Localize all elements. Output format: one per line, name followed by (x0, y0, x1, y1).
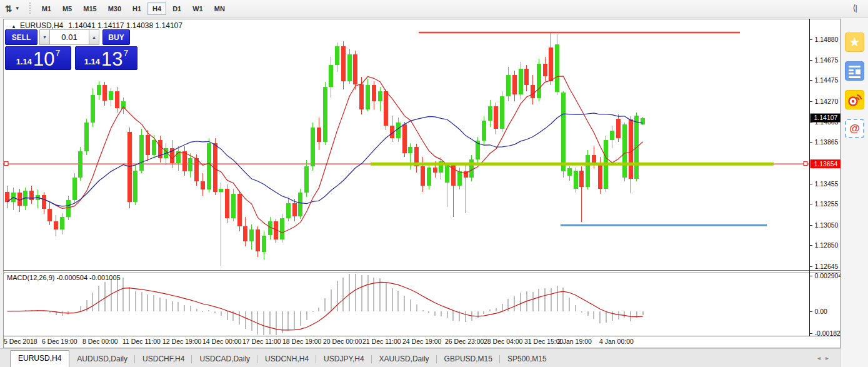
svg-text:1.13455: 1.13455 (815, 180, 839, 188)
buy-price-button[interactable]: 1.14 13 7 (75, 46, 137, 70)
svg-text:28 Dec 04:00: 28 Dec 04:00 (484, 338, 523, 345)
sell-price-pips: 10 (33, 50, 54, 69)
timeframe-button-m15[interactable]: M15 (78, 3, 101, 15)
timeframe-toolbar: ⇅ ▼ M1M5M15M30H1H4D1W1MN ⟨| (0, 0, 868, 18)
svg-text:12 Dec 19:00: 12 Dec 19:00 (162, 338, 202, 345)
chart-tab-xauusd-daily[interactable]: XAUUSD,Daily (372, 352, 437, 367)
timeframe-button-m5[interactable]: M5 (57, 3, 77, 15)
timeframe-button-w1[interactable]: W1 (187, 3, 208, 15)
svg-text:0.00: 0.00 (815, 308, 828, 315)
svg-text:20 Dec 00:00: 20 Dec 00:00 (323, 338, 362, 345)
chevron-down-icon[interactable]: ▼ (15, 6, 20, 11)
chart-tab-usdcnh-h4[interactable]: USDCNH,H4 (257, 352, 316, 367)
sell-button[interactable]: SELL (5, 29, 37, 45)
timeframe-button-m1[interactable]: M1 (37, 3, 56, 15)
social-sidebar: ★ @ (841, 18, 868, 367)
hline-handle (804, 162, 807, 166)
buy-price-pips: 13 (101, 50, 122, 69)
timeframe-button-m30[interactable]: M30 (103, 3, 126, 15)
chart-title: ▲EURUSD,H41.14041 1.14117 1.14038 1.1410… (11, 21, 182, 30)
svg-text:14 Dec 00:00: 14 Dec 00:00 (202, 338, 242, 345)
svg-text:8 Dec 00:00: 8 Dec 00:00 (82, 338, 118, 345)
buy-price-point: 7 (124, 48, 129, 58)
svg-text:1.13255: 1.13255 (815, 200, 839, 208)
timeframe-button-h1[interactable]: H1 (127, 3, 146, 15)
svg-text:17 Dec 11:00: 17 Dec 11:00 (242, 338, 281, 345)
svg-text:-0.001824: -0.001824 (815, 329, 841, 337)
svg-text:24 Dec 19:00: 24 Dec 19:00 (402, 338, 442, 345)
svg-text:1.12645: 1.12645 (815, 263, 839, 270)
svg-text:4 Jan 00:00: 4 Jan 00:00 (599, 338, 634, 345)
sell-price-whole: 1.14 (16, 57, 32, 66)
svg-text:2 Jan 19:00: 2 Jan 19:00 (557, 338, 592, 345)
volume-decrease-button[interactable]: ▾ (39, 29, 50, 45)
chart-tab-gbpusd-m15[interactable]: GBPUSD,M15 (437, 352, 500, 367)
svg-text:6 Dec 19:00: 6 Dec 19:00 (42, 338, 77, 345)
svg-text:0.002904: 0.002904 (815, 272, 841, 279)
svg-text:1.14880: 1.14880 (815, 36, 839, 43)
favorites-star-icon[interactable]: ★ (845, 33, 864, 52)
one-click-trading-panel: SELL ▾ ▴ BUY 1.14 10 7 1.14 13 7 (5, 29, 146, 70)
svg-text:18 Dec 19:00: 18 Dec 19:00 (282, 338, 322, 345)
timeframe-button-h4[interactable]: H4 (147, 3, 166, 15)
candlestick-charts-icon[interactable]: ⇅ (5, 4, 12, 14)
chart-tab-sp500-m15[interactable]: SP500,M15 (500, 352, 554, 367)
chart-tab-audusd-daily[interactable]: AUDUSD,Daily (69, 352, 135, 367)
svg-text:1.14675: 1.14675 (815, 56, 839, 64)
sell-price-button[interactable]: 1.14 10 7 (5, 46, 71, 70)
volume-increase-button[interactable]: ▴ (89, 29, 99, 45)
ohlc-values: 1.14041 1.14117 1.14038 1.14107 (68, 21, 182, 30)
svg-text:1.12850: 1.12850 (815, 241, 839, 249)
symbol-period-label: EURUSD,H4 (20, 21, 63, 30)
tab-scroll-arrows[interactable]: ◂▸ (817, 354, 834, 361)
timeframe-button-d1[interactable]: D1 (167, 3, 186, 15)
chart-tab-usdchf-h4[interactable]: USDCHF,H4 (135, 352, 192, 367)
volume-input[interactable] (50, 29, 89, 45)
svg-text:26 Dec 23:00: 26 Dec 23:00 (445, 338, 484, 345)
svg-text:11 Dec 11:00: 11 Dec 11:00 (122, 338, 161, 345)
svg-text:1.13865: 1.13865 (815, 138, 839, 146)
svg-text:1.13654: 1.13654 (814, 160, 838, 168)
svg-text:1.14475: 1.14475 (815, 76, 839, 84)
toolbar-drag-handle[interactable] (29, 3, 32, 15)
collapse-sidebar-icon[interactable]: ⟨| (853, 3, 857, 13)
one-click-collapse-icon[interactable]: ▲ (11, 24, 16, 29)
buy-price-whole: 1.14 (84, 57, 100, 66)
svg-text:5 Dec 2018: 5 Dec 2018 (4, 338, 37, 345)
mention-at-icon[interactable]: @ (845, 119, 864, 138)
chart-tab-usdjpy-h4[interactable]: USDJPY,H4 (316, 352, 371, 367)
chart-tabs-bar: EURUSD,H4AUDUSD,DailyUSDCHF,H4USDCAD,Dai… (0, 348, 841, 367)
svg-text:1.14107: 1.14107 (814, 114, 838, 121)
svg-text:21 Dec 11:00: 21 Dec 11:00 (362, 338, 401, 345)
macd-indicator-label: MACD(12,26,9) -0.000504 -0.001005 (7, 274, 121, 281)
svg-text:1.13050: 1.13050 (815, 221, 839, 229)
sell-price-point: 7 (56, 48, 61, 58)
timeframe-buttons: M1M5M15M30H1H4D1W1MN (37, 3, 231, 15)
news-icon[interactable] (845, 61, 864, 81)
timeframe-button-mn[interactable]: MN (209, 3, 230, 15)
buy-button[interactable]: BUY (102, 29, 130, 45)
hline-handle (4, 162, 8, 166)
chart-tab-eurusd-h4[interactable]: EURUSD,H4 (10, 350, 69, 367)
weibo-icon[interactable] (845, 90, 864, 109)
chart-tab-usdcad-daily[interactable]: USDCAD,Daily (192, 352, 257, 367)
svg-text:1.14270: 1.14270 (815, 98, 839, 105)
